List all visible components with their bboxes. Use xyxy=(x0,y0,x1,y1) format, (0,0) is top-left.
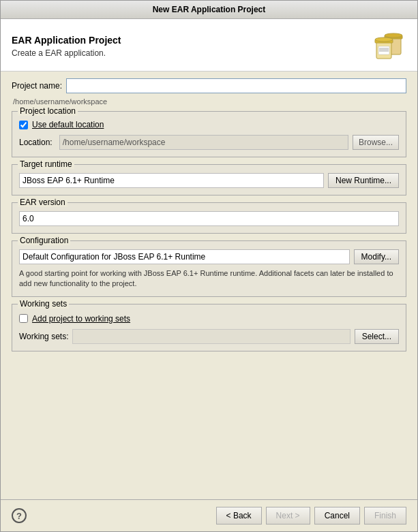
working-sets-content: Add project to working sets Working sets… xyxy=(19,310,399,344)
target-runtime-label: Target runtime xyxy=(18,159,74,169)
ear-version-label: EAR version xyxy=(18,198,68,207)
path-hint: /home/username/workspace xyxy=(12,97,406,106)
working-sets-row: Working sets: Select... xyxy=(19,329,399,344)
svg-point-5 xyxy=(375,37,393,42)
location-label: Location: xyxy=(19,138,53,147)
configuration-select[interactable]: Default Configuration for JBoss EAP 6.1+… xyxy=(19,249,350,264)
help-button[interactable]: ? xyxy=(12,508,27,523)
location-row: Location: Browse... xyxy=(19,135,399,150)
project-name-row: Project name: xyxy=(12,78,406,93)
add-to-working-sets-row: Add project to working sets xyxy=(19,314,399,324)
header-section: EAR Application Project Create a EAR app… xyxy=(1,19,417,72)
use-default-location-text[interactable]: Use default location xyxy=(32,120,104,129)
header-subtitle: Create a EAR application. xyxy=(12,48,121,58)
navigation-buttons: < Back Next > Cancel Finish xyxy=(216,507,406,525)
bottom-bar: ? < Back Next > Cancel Finish xyxy=(1,499,417,531)
ear-project-icon xyxy=(371,29,406,64)
configuration-description: A good starting point for working with J… xyxy=(19,268,399,290)
main-window: New EAR Application Project EAR Applicat… xyxy=(0,0,418,532)
use-default-location-checkbox[interactable] xyxy=(19,121,28,129)
target-runtime-group: Target runtime JBoss EAP 6.1+ Runtime Ne… xyxy=(12,164,406,195)
next-button[interactable]: Next > xyxy=(266,507,310,525)
project-location-group: Project location Use default location Lo… xyxy=(12,111,406,157)
working-sets-group: Working sets Add project to working sets… xyxy=(12,304,406,351)
configuration-group: Configuration Default Configuration for … xyxy=(12,240,406,297)
back-button[interactable]: < Back xyxy=(216,507,262,525)
content-area: EAR Application Project Create a EAR app… xyxy=(1,19,417,531)
select-working-sets-button[interactable]: Select... xyxy=(355,329,399,344)
use-default-location-row: Use default location xyxy=(19,120,399,129)
window-title: New EAR Application Project xyxy=(153,5,266,14)
runtime-row: JBoss EAP 6.1+ Runtime New Runtime... xyxy=(19,173,399,188)
ear-version-select[interactable]: 6.0 xyxy=(19,211,399,226)
new-runtime-button[interactable]: New Runtime... xyxy=(328,173,399,188)
project-name-input[interactable] xyxy=(66,78,406,93)
add-to-working-sets-checkbox[interactable] xyxy=(19,314,28,323)
ear-version-group: EAR version 6.0 xyxy=(12,202,406,234)
working-sets-label: Working sets xyxy=(18,299,69,309)
project-name-label: Project name: xyxy=(12,81,62,91)
browse-button[interactable]: Browse... xyxy=(353,135,399,150)
help-area: ? xyxy=(12,508,27,523)
config-row: Default Configuration for JBoss EAP 6.1+… xyxy=(19,249,399,264)
svg-point-2 xyxy=(385,33,402,37)
finish-button[interactable]: Finish xyxy=(364,507,406,525)
cancel-button[interactable]: Cancel xyxy=(314,507,360,525)
form-area: Project name: /home/username/workspace P… xyxy=(1,72,417,499)
project-location-label: Project location xyxy=(18,106,78,116)
working-sets-select[interactable] xyxy=(72,329,350,344)
header-title: EAR Application Project xyxy=(12,35,121,46)
location-input[interactable] xyxy=(59,135,348,150)
title-bar: New EAR Application Project xyxy=(1,1,417,19)
add-to-working-sets-text[interactable]: Add project to working sets xyxy=(32,314,130,324)
modify-button[interactable]: Modify... xyxy=(354,249,399,264)
header-text: EAR Application Project Create a EAR app… xyxy=(12,35,121,58)
svg-rect-6 xyxy=(378,46,389,54)
configuration-label: Configuration xyxy=(18,236,70,245)
runtime-select[interactable]: JBoss EAP 6.1+ Runtime xyxy=(19,173,324,188)
working-sets-field-label: Working sets: xyxy=(19,332,68,341)
